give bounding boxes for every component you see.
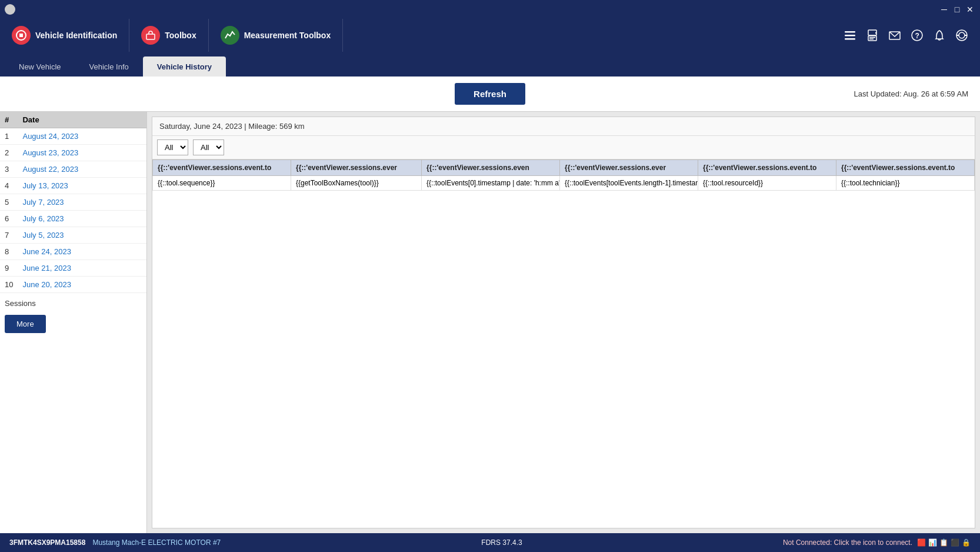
data-table-cell: {{::toolEvents[toolEvents.length-1].time… xyxy=(560,176,698,191)
tab-new-vehicle[interactable]: New Vehicle xyxy=(5,56,75,77)
table-row[interactable]: 5July 7, 2023 xyxy=(0,194,146,211)
tab-vehicle-history-label: Vehicle History xyxy=(157,62,212,71)
row-date[interactable]: July 5, 2023 xyxy=(18,227,146,244)
row-date[interactable]: August 23, 2023 xyxy=(18,145,146,161)
status-center: FDRS 37.4.3 xyxy=(221,538,783,547)
row-number: 9 xyxy=(0,260,18,277)
app-logo xyxy=(5,4,15,15)
refresh-button[interactable]: Refresh xyxy=(455,83,525,105)
col-number: # xyxy=(0,112,18,128)
app-tab-vehicle-identification[interactable]: Vehicle Identification xyxy=(0,19,129,52)
date-mileage-bar: Saturday, June 24, 2023 | Mileage: 569 k… xyxy=(152,117,975,136)
row-date[interactable]: June 21, 2023 xyxy=(18,260,146,277)
table-row[interactable]: 8June 24, 2023 xyxy=(0,244,146,260)
header-icons: ? xyxy=(841,26,980,44)
svg-rect-6 xyxy=(868,30,876,35)
tab-vehicle-history[interactable]: Vehicle History xyxy=(143,56,226,77)
row-date[interactable]: June 20, 2023 xyxy=(18,277,146,293)
row-number: 4 xyxy=(0,178,18,194)
sub-tab-bar: New Vehicle Vehicle Info Vehicle History xyxy=(0,52,980,77)
row-number: 1 xyxy=(0,128,18,145)
svg-text:?: ? xyxy=(915,32,919,40)
table-row[interactable]: 2August 23, 2023 xyxy=(0,145,146,161)
data-table-cell: {{::toolEvents[0].timestamp | date: 'h:m… xyxy=(422,176,560,191)
status-icon-5[interactable]: 🔒 xyxy=(962,538,971,547)
row-date[interactable]: July 6, 2023 xyxy=(18,211,146,227)
status-icon-3[interactable]: 📋 xyxy=(939,538,948,547)
svg-point-15 xyxy=(959,32,965,38)
right-panel: Saturday, June 24, 2023 | Mileage: 569 k… xyxy=(147,112,980,533)
filter-bar: All All xyxy=(152,136,975,159)
refresh-bar: Refresh Last Updated: Aug. 26 at 6:59 AM xyxy=(0,77,980,112)
data-table-wrapper[interactable]: {{::'eventViewer.sessions.event.to{{::'e… xyxy=(152,159,975,517)
svg-rect-3 xyxy=(845,31,855,33)
data-table-row: {{::tool.sequence}}{{getToolBoxNames(too… xyxy=(153,176,975,191)
row-number: 10 xyxy=(0,277,18,293)
more-button[interactable]: More xyxy=(5,315,46,333)
row-date[interactable]: July 7, 2023 xyxy=(18,194,146,211)
bell-icon[interactable] xyxy=(931,26,948,44)
app-tab-vehicle-id-label: Vehicle Identification xyxy=(35,31,117,40)
app-tab-toolbox[interactable]: Toolbox xyxy=(129,19,208,52)
row-number: 2 xyxy=(0,145,18,161)
status-left: 3FMTK4SX9PMA15858 Mustang Mach-E ELECTRI… xyxy=(9,538,221,547)
row-date[interactable]: June 24, 2023 xyxy=(18,244,146,260)
app-tab-measurement[interactable]: Measurement Toolbox xyxy=(209,19,344,52)
mail-icon[interactable] xyxy=(886,26,904,44)
last-updated-text: Last Updated: Aug. 26 at 6:59 AM xyxy=(854,89,968,98)
data-col-header: {{::'eventViewer.sessions.even xyxy=(422,160,560,176)
status-vin: 3FMTK4SX9PMA15858 xyxy=(9,538,85,547)
col-date: Date xyxy=(18,112,146,128)
app-tab-measurement-label: Measurement Toolbox xyxy=(244,31,331,40)
measurement-icon xyxy=(221,26,239,45)
title-bar-left xyxy=(5,4,15,15)
sessions-label: Sessions xyxy=(0,293,146,311)
row-number: 3 xyxy=(0,161,18,178)
status-icon-2[interactable]: 📊 xyxy=(928,538,937,547)
title-bar: ─ □ ✕ xyxy=(0,0,980,19)
main-content: Refresh Last Updated: Aug. 26 at 6:59 AM… xyxy=(0,77,980,533)
status-right: Not Connected: Click the icon to connect… xyxy=(783,538,971,547)
close-button[interactable]: ✕ xyxy=(965,4,975,15)
table-row[interactable]: 6July 6, 2023 xyxy=(0,211,146,227)
row-date[interactable]: August 24, 2023 xyxy=(18,128,146,145)
help-icon[interactable]: ? xyxy=(908,26,926,44)
print-icon[interactable] xyxy=(864,26,881,44)
table-row[interactable]: 4July 13, 2023 xyxy=(0,178,146,194)
app-tab-toolbox-label: Toolbox xyxy=(165,31,196,40)
status-vehicle: Mustang Mach-E ELECTRIC MOTOR #7 xyxy=(92,538,221,547)
tab-vehicle-info[interactable]: Vehicle Info xyxy=(75,56,143,77)
toolbox-icon xyxy=(141,26,160,45)
tab-vehicle-info-label: Vehicle Info xyxy=(89,62,129,71)
status-icon-1[interactable]: 🟥 xyxy=(917,538,926,547)
table-row[interactable]: 9June 21, 2023 xyxy=(0,260,146,277)
svg-rect-4 xyxy=(845,35,855,36)
data-table-cell: {{getToolBoxNames(tool)}} xyxy=(291,176,421,191)
filter-select-2[interactable]: All xyxy=(193,139,224,155)
table-row[interactable]: 3August 22, 2023 xyxy=(0,161,146,178)
svg-rect-2 xyxy=(146,34,155,39)
table-row[interactable]: 1August 24, 2023 xyxy=(0,128,146,145)
table-row[interactable]: 10June 20, 2023 xyxy=(0,277,146,293)
status-icons: 🟥 📊 📋 ⬛ 🔒 xyxy=(917,538,971,547)
signal-icon[interactable] xyxy=(953,26,971,44)
data-table: {{::'eventViewer.sessions.event.to{{::'e… xyxy=(152,159,975,191)
status-icon-4[interactable]: ⬛ xyxy=(951,538,959,547)
svg-rect-8 xyxy=(869,37,875,38)
maximize-button[interactable]: □ xyxy=(952,4,962,15)
filter-select-1[interactable]: All xyxy=(157,139,188,155)
row-number: 5 xyxy=(0,194,18,211)
minimize-button[interactable]: ─ xyxy=(939,4,949,15)
row-date[interactable]: July 13, 2023 xyxy=(18,178,146,194)
table-row[interactable]: 7July 5, 2023 xyxy=(0,227,146,244)
status-connection: Not Connected: Click the icon to connect… xyxy=(783,538,912,547)
row-number: 8 xyxy=(0,244,18,260)
menu-icon[interactable] xyxy=(841,26,859,44)
title-bar-controls: ─ □ ✕ xyxy=(939,4,975,15)
vehicle-id-icon xyxy=(12,26,31,45)
row-number: 7 xyxy=(0,227,18,244)
data-col-header: {{::'eventViewer.sessions.ever xyxy=(560,160,698,176)
svg-rect-7 xyxy=(868,36,876,41)
row-date[interactable]: August 22, 2023 xyxy=(18,161,146,178)
date-table: # Date 1August 24, 20232August 23, 20233… xyxy=(0,112,146,293)
